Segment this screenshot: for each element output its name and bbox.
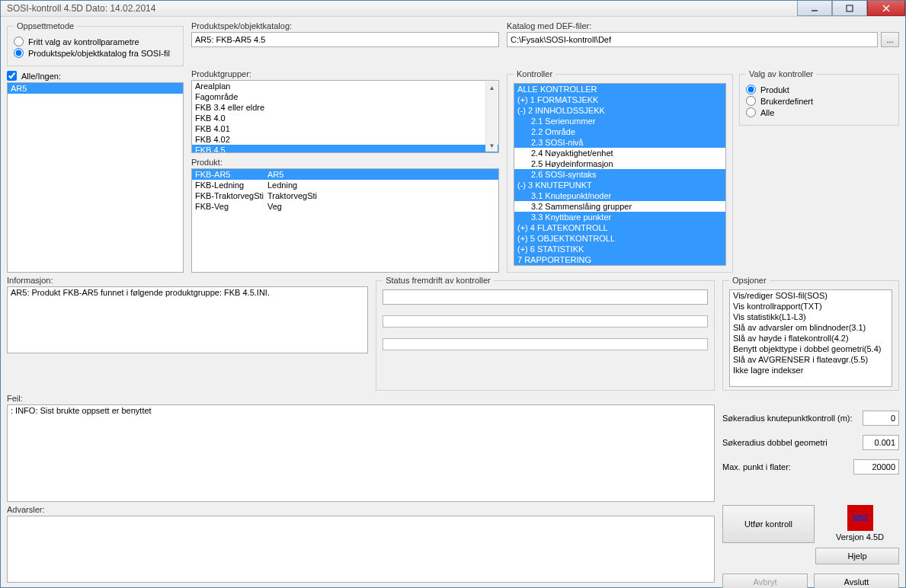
sosi-logo-icon: SOSI — [847, 505, 873, 531]
opsjoner-legend: Opsjoner — [729, 276, 770, 285]
radio-valg-bruker[interactable]: Brukerdefinert — [746, 96, 892, 106]
kontroller-list[interactable]: ALLE KONTROLLER(+) 1 FORMATSJEKK(-) 2 IN… — [514, 83, 726, 266]
kontroller-item[interactable]: 2.4 Nøyaktighet/enhet — [514, 148, 725, 158]
versjon-label: Versjon 4.5D — [836, 532, 884, 542]
kontroller-item[interactable]: 2.6 SOSI-syntaks — [514, 169, 725, 180]
kontroller-group: Kontroller ALLE KONTROLLER(+) 1 FORMATSJ… — [507, 69, 733, 273]
kontroller-legend: Kontroller — [514, 69, 555, 78]
radio-produkt-input[interactable] — [14, 48, 24, 58]
oppsettmetode-legend: Oppsettmetode — [14, 21, 77, 30]
scroll-down-icon[interactable]: ▼ — [486, 139, 498, 152]
svg-rect-1 — [847, 5, 853, 11]
list-item[interactable]: Fagområde — [192, 91, 498, 102]
feil-text: : INFO: Sist brukte oppsett er benyttet — [8, 405, 714, 416]
produktgrupper-label: Produktgrupper: — [191, 69, 499, 78]
kontroller-item[interactable]: 2.2 Område — [514, 126, 725, 137]
produktgrupper-list[interactable]: ▲ ▼ ArealplanFagområdeFKB 3.4 eller eldr… — [191, 80, 499, 153]
close-button[interactable] — [867, 1, 905, 16]
kontroller-item[interactable]: 3.3 Knyttbare punkter — [514, 212, 725, 222]
radio-valg-produkt[interactable]: Produkt — [746, 85, 892, 94]
alle-ingen-checkbox[interactable]: Alle/Ingen: — [7, 71, 184, 81]
param-sok-dobbel-input[interactable] — [863, 435, 899, 450]
param-sok-knute-input[interactable] — [863, 411, 899, 426]
list-item[interactable]: FKB-VegVeg — [192, 201, 498, 212]
list-item[interactable]: FKB-TraktorvegStiTraktorvegSti — [192, 190, 498, 201]
kontroller-item[interactable]: (+) 5 OBJEKTKONTROLL — [514, 233, 725, 244]
scrollbar[interactable]: ▲ ▼ — [485, 81, 498, 152]
avbryt-button[interactable]: Avbryt — [722, 574, 808, 588]
opsjon-item[interactable]: Slå av høyde i flatekontroll(4.2) — [730, 333, 892, 344]
kontroller-item[interactable]: (+) 6 STATISTIKK — [514, 244, 725, 254]
produkt-list[interactable]: FKB-AR5AR5FKB-LedningLedningFKB-Traktorv… — [191, 168, 499, 273]
opsjon-item[interactable]: Benytt objekttype i dobbel geometri(5.4) — [730, 344, 892, 354]
kontroller-item[interactable]: (+) 4 FLATEKONTROLL — [514, 222, 725, 233]
list-item[interactable]: FKB 3.4 eller eldre — [192, 102, 498, 113]
oppsettmetode-group: Oppsettmetode Fritt valg av kontrollpara… — [7, 21, 184, 66]
radio-fritt-input[interactable] — [14, 37, 24, 46]
informasjon-box: AR5: Produkt FKB-AR5 funnet i følgende p… — [7, 286, 368, 353]
app-window: SOSI-kontroll 4.5D Dato: 14.02.2014 Opps… — [0, 0, 906, 588]
minimize-button[interactable] — [797, 1, 832, 16]
opsjon-item[interactable]: Vis statistikk(L1-L3) — [730, 312, 892, 322]
opsjon-item[interactable]: Vis kontrollrapport(TXT) — [730, 301, 892, 312]
opsjon-item[interactable]: Slå av AVGRENSER i flateavgr.(5.5) — [730, 354, 892, 365]
status-text — [383, 289, 708, 305]
produkt-label: Produkt: — [191, 158, 499, 167]
param-max-punkt-input[interactable] — [853, 459, 899, 475]
info-text: AR5: Produkt FKB-AR5 funnet i følgende p… — [8, 287, 367, 298]
alle-ingen-list[interactable]: AR5 — [7, 82, 184, 273]
kontroller-item[interactable]: (+) 1 FORMATSJEKK — [514, 94, 725, 105]
alle-ingen-input[interactable] — [7, 71, 17, 81]
produktspek-field[interactable] — [191, 32, 499, 47]
opsjoner-list[interactable]: Vis/rediger SOSI-fil(SOS)Vis kontrollrap… — [729, 289, 892, 387]
list-item[interactable]: FKB-LedningLedning — [192, 180, 498, 190]
hjelp-button[interactable]: Hjelp — [815, 548, 899, 564]
katalog-field[interactable] — [507, 32, 878, 47]
utfor-kontroll-button[interactable]: Utfør kontroll — [722, 505, 815, 543]
list-item[interactable]: Arealplan — [192, 81, 498, 91]
opsjon-item[interactable]: Ikke lagre indekser — [730, 365, 892, 375]
opsjon-item[interactable]: Vis/rediger SOSI-fil(SOS) — [730, 290, 892, 301]
radio-produkt[interactable]: Produktspek/objektkatalog fra SOSI-fil — [14, 48, 177, 58]
list-item[interactable]: FKB 4.0 — [192, 113, 498, 123]
kontroller-item[interactable]: (-) 3 KNUTEPUNKT — [514, 180, 725, 190]
kontroller-item[interactable]: 7 RAPPORTERING — [514, 254, 725, 265]
progress-bar-1 — [383, 315, 708, 328]
kontroller-item[interactable]: 2.1 Serienummer — [514, 116, 725, 126]
avslutt-button[interactable]: Avslutt — [814, 574, 899, 588]
kontroller-item[interactable]: ALLE KONTROLLER — [514, 84, 725, 94]
feil-box: : INFO: Sist brukte oppsett er benyttet — [7, 404, 715, 502]
produktspek-label: Produktspek/objektkatalog: — [191, 21, 499, 30]
list-item[interactable]: FKB 4.01 — [192, 123, 498, 134]
maximize-button[interactable] — [832, 1, 867, 16]
informasjon-label: Informasjon: — [7, 276, 368, 285]
radio-valg-alle[interactable]: Alle — [746, 107, 892, 117]
param-max-punkt-label: Max. punkt i flater: — [722, 462, 791, 471]
list-item[interactable]: FKB 4.5 — [192, 145, 498, 153]
advarsler-box — [7, 516, 715, 583]
kontroller-item[interactable]: 3.1 Knutepunkt/noder — [514, 190, 725, 201]
valg-legend: Valg av kontroller — [746, 69, 816, 78]
window-title: SOSI-kontroll 4.5D Dato: 14.02.2014 — [7, 3, 797, 14]
param-sok-knute-label: Søkeradius knutepunktkontroll (m): — [722, 414, 853, 423]
opsjon-item[interactable]: Slå av advarsler om blindnoder(3.1) — [730, 322, 892, 333]
list-item[interactable]: FKB 4.02 — [192, 134, 498, 145]
param-sok-dobbel-label: Søkeradius dobbel geometri — [722, 438, 828, 447]
list-item[interactable]: FKB-AR5AR5 — [192, 169, 498, 180]
browse-button[interactable]: ... — [881, 32, 899, 47]
valg-kontroller-group: Valg av kontroller Produkt Brukerdefiner… — [739, 69, 899, 126]
kontroller-item[interactable]: 3.2 Sammenslåing grupper — [514, 201, 725, 212]
kontroller-item[interactable]: (-) 2 INNHOLDSSJEKK — [514, 105, 725, 116]
advarsler-label: Advarsler: — [7, 505, 715, 514]
status-legend: Status fremdrift av kontroller — [383, 276, 494, 285]
feil-label: Feil: — [7, 394, 715, 403]
status-group: Status fremdrift av kontroller — [376, 276, 715, 391]
list-item[interactable]: AR5 — [8, 83, 183, 94]
titlebar: SOSI-kontroll 4.5D Dato: 14.02.2014 — [1, 1, 905, 17]
opsjoner-group: Opsjoner Vis/rediger SOSI-fil(SOS)Vis ko… — [722, 276, 899, 391]
kontroller-item[interactable]: 2.3 SOSI-nivå — [514, 137, 725, 148]
scroll-up-icon[interactable]: ▲ — [486, 81, 498, 94]
radio-fritt[interactable]: Fritt valg av kontrollparametre — [14, 37, 177, 46]
kontroller-item[interactable]: 2.5 Høydeinformasjon — [514, 158, 725, 169]
progress-bar-2 — [383, 338, 708, 350]
